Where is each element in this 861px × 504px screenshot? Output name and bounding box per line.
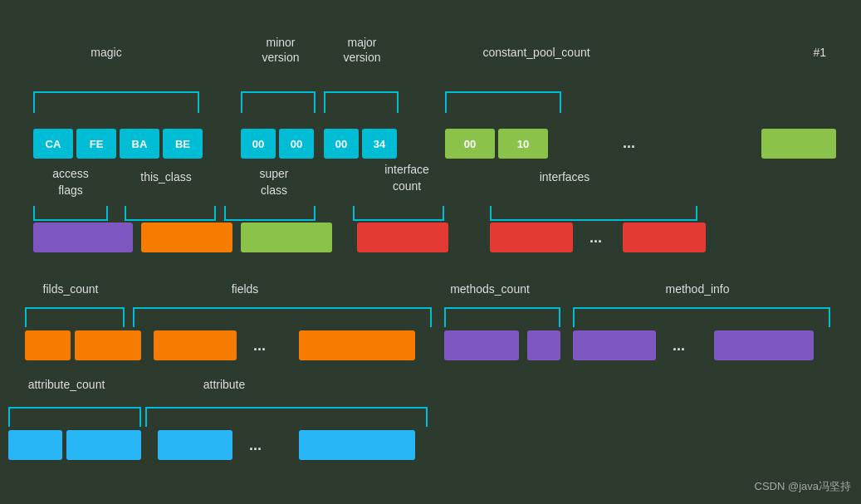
label-filds-count: filds_count (25, 282, 116, 296)
bracket-super-class (224, 206, 316, 221)
block-access-flags (33, 223, 133, 252)
block-hash1 (761, 129, 836, 159)
label-access-flags: accessflags (33, 166, 108, 198)
dots-1: ... (623, 135, 635, 152)
block-super-class (241, 223, 332, 252)
bracket-method-info (573, 307, 830, 321)
bracket-attribute (145, 407, 428, 420)
watermark: CSDN @java冯坚持 (755, 479, 852, 494)
bracket-filds-count (25, 307, 125, 321)
bracket-major (324, 91, 399, 106)
dots-5: ... (249, 437, 262, 454)
block-attr-2 (299, 430, 415, 460)
block-fields-2 (299, 330, 415, 360)
block-major2: 34 (362, 129, 397, 159)
block-fields-1 (154, 330, 237, 360)
bracket-this-class (125, 206, 216, 221)
bracket-access-flags (33, 206, 108, 221)
block-interfaces-2 (623, 223, 706, 252)
bracket-magic (33, 91, 199, 106)
bracket-interface-count (353, 206, 444, 221)
dots-4: ... (673, 337, 685, 355)
label-this-class: this_class (129, 170, 203, 183)
dots-3: ... (253, 337, 266, 355)
label-constant-pool-count: constant_pool_count (462, 46, 611, 59)
diagram: magic minorversion majorversion constant… (0, 0, 861, 504)
block-method-info-2 (714, 330, 814, 360)
block-BA: BA (120, 129, 159, 159)
bracket-interfaces (490, 206, 697, 221)
block-cp1: 00 (445, 129, 495, 159)
block-filds-count-1 (25, 330, 71, 360)
label-attribute-count: attribute_count (8, 378, 125, 391)
block-CA: CA (33, 129, 73, 159)
block-methods-count-1 (444, 330, 519, 360)
block-interfaces-1 (490, 223, 573, 252)
label-super-class: superclass (237, 166, 311, 198)
label-method-info: method_info (648, 282, 747, 296)
bracket-constant-pool (445, 91, 561, 106)
bracket-methods-count (444, 307, 560, 321)
block-this-class (141, 223, 232, 252)
bracket-fields (133, 307, 432, 321)
block-minor1: 00 (241, 129, 276, 159)
label-methods-count: methods_count (432, 282, 548, 296)
label-attribute: attribute (183, 378, 266, 391)
block-filds-count-2 (75, 330, 141, 360)
label-interfaces: interfaces (523, 170, 606, 183)
label-hash1: #1 (813, 46, 826, 59)
label-minor-version: minorversion (247, 35, 314, 65)
block-methods-count-2 (527, 330, 560, 360)
bracket-attribute-count (8, 407, 141, 420)
label-interface-count: interfacecount (365, 162, 448, 194)
block-cp2: 10 (498, 129, 548, 159)
label-major-version: majorversion (329, 35, 395, 65)
block-FE: FE (76, 129, 116, 159)
label-fields: fields (212, 282, 278, 296)
bracket-minor (241, 91, 316, 106)
label-magic: magic (65, 46, 148, 59)
block-method-info-1 (573, 330, 656, 360)
block-attr-1 (158, 430, 232, 460)
block-attr-count-1 (8, 430, 62, 460)
block-interface-count (357, 223, 448, 252)
block-minor2: 00 (279, 129, 314, 159)
dots-2: ... (589, 229, 602, 247)
block-major1: 00 (324, 129, 359, 159)
block-BE: BE (163, 129, 203, 159)
block-attr-count-2 (66, 430, 141, 460)
